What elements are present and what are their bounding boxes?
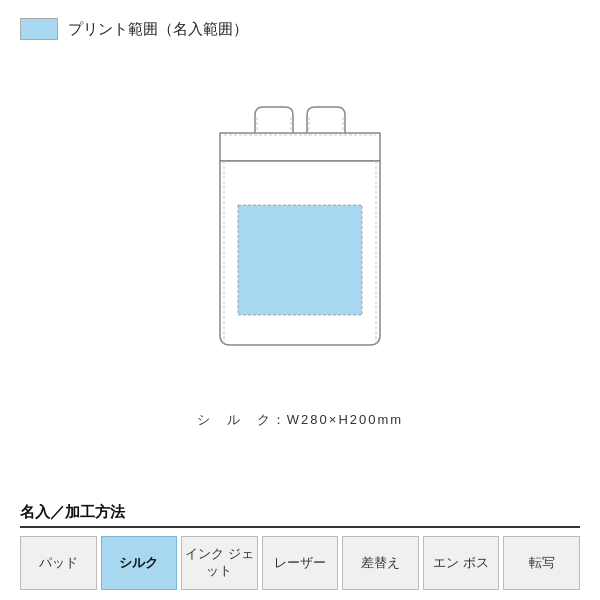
dimension-label: シ ル ク：W280×H200mm [197,411,403,429]
legend-row: プリント範囲（名入範囲） [20,18,580,40]
legend-label: プリント範囲（名入範囲） [68,20,248,39]
method-btn-silk[interactable]: シルク [101,536,178,590]
method-btn-inkjet[interactable]: インク ジェット [181,536,258,590]
main-container: プリント範囲（名入範囲） [0,0,600,600]
bag-area: シ ル ク：W280×H200mm [20,40,580,493]
method-btn-replace[interactable]: 差替え [342,536,419,590]
method-title: 名入／加工方法 [20,503,580,528]
legend-color-box [20,18,58,40]
method-btn-laser[interactable]: レーザー [262,536,339,590]
svg-rect-2 [238,205,362,315]
svg-rect-0 [220,133,380,161]
method-btn-emboss[interactable]: エン ボス [423,536,500,590]
method-section: 名入／加工方法 パッドシルクインク ジェットレーザー差替えエン ボス転写 [20,503,580,590]
bag-illustration [180,105,420,405]
method-buttons: パッドシルクインク ジェットレーザー差替えエン ボス転写 [20,536,580,590]
method-btn-pad[interactable]: パッド [20,536,97,590]
method-btn-transfer[interactable]: 転写 [503,536,580,590]
